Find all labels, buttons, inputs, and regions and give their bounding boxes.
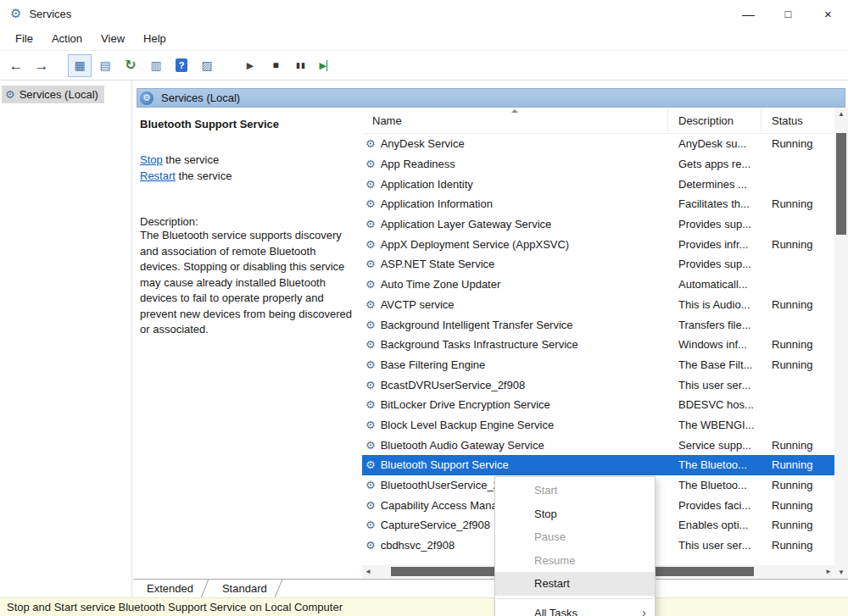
scroll-down-icon[interactable]: ▼ — [834, 569, 848, 576]
maximize-button[interactable]: □ — [768, 0, 808, 27]
scroll-up-icon[interactable]: ▲ — [834, 110, 848, 118]
service-status: Running — [762, 435, 834, 455]
vertical-scrollbar[interactable]: ▲ ▼ — [834, 108, 848, 579]
service-name-cell: ⚙Background Tasks Infrastructure Service — [362, 335, 668, 355]
vertical-scrollbar-thumb[interactable] — [836, 133, 846, 235]
service-description: Provides sup... — [668, 214, 762, 235]
table-row[interactable]: ⚙AppX Deployment Service (AppXSVC)Provid… — [362, 234, 834, 254]
stop-service-link[interactable]: Stop — [140, 153, 163, 166]
service-description: Provides infr... — [668, 234, 762, 254]
service-status: Running — [762, 295, 834, 315]
minimize-button[interactable]: — — [728, 0, 768, 27]
service-name-cell: ⚙Auto Time Zone Updater — [362, 275, 668, 295]
context-menu-item-resume: Resume — [495, 549, 655, 573]
pause-service-button[interactable]: ▮▮ — [289, 54, 313, 77]
context-menu-item-stop[interactable]: Stop — [495, 502, 655, 526]
panel-header-label: Services (Local) — [161, 92, 240, 104]
table-row[interactable]: ⚙AVCTP serviceThis is Audio...Running — [362, 295, 834, 315]
service-gear-icon: ⚙ — [365, 379, 376, 391]
menu-view[interactable]: View — [92, 29, 135, 48]
service-gear-icon: ⚙ — [365, 238, 376, 251]
table-row[interactable]: ⚙Auto Time Zone UpdaterAutomaticall... — [362, 275, 834, 295]
extended-view-button[interactable]: ▨ — [195, 54, 219, 77]
main-area: ⚙ Services (Local) ⚙ Services (Local) Bl… — [0, 80, 848, 597]
table-row[interactable]: ⚙BcastDVRUserService_2f908This user ser.… — [362, 375, 834, 395]
menubar: FileActionViewHelp — [0, 27, 848, 50]
service-description: Automaticall... — [668, 275, 762, 295]
service-name: BcastDVRUserService_2f908 — [381, 379, 526, 391]
table-row[interactable]: ⚙Application IdentityDetermines ... — [362, 174, 834, 194]
table-row[interactable]: ⚙Background Tasks Infrastructure Service… — [362, 335, 834, 355]
service-name-cell: ⚙Base Filtering Engine — [362, 355, 668, 375]
menu-action[interactable]: Action — [43, 29, 92, 48]
service-name-cell: ⚙Application Identity — [362, 174, 668, 194]
service-description: Enables opti... — [668, 515, 762, 536]
tab-standard[interactable]: Standard — [210, 580, 284, 597]
show-console-tree-button[interactable]: ▦ — [68, 54, 92, 77]
scroll-right-icon[interactable]: ► — [825, 568, 832, 575]
service-status: Running — [762, 134, 834, 154]
help-button[interactable]: ? — [170, 54, 193, 77]
context-menu-item-start: Start — [495, 479, 655, 502]
service-description: The Bluetoo... — [668, 475, 762, 496]
service-name-cell: ⚙Block Level Backup Engine Service — [362, 415, 668, 436]
back-button[interactable]: ← — [4, 54, 28, 77]
service-name-cell: ⚙AVCTP service — [362, 295, 668, 315]
column-header-name[interactable]: Name — [362, 108, 668, 133]
service-gear-icon: ⚙ — [365, 298, 376, 311]
table-row[interactable]: ⚙AnyDesk ServiceAnyDesk su...Running — [362, 134, 834, 154]
table-row[interactable]: ⚙Bluetooth Audio Gateway ServiceService … — [362, 435, 834, 455]
properties-icon: ▤ — [99, 59, 110, 71]
service-status: Running — [762, 495, 834, 515]
menu-help[interactable]: Help — [135, 29, 176, 48]
context-menu-item-label: All Tasks — [534, 607, 577, 616]
service-description: Determines ... — [668, 174, 762, 194]
service-gear-icon: ⚙ — [365, 338, 376, 351]
show-console-tree-icon: ▦ — [74, 59, 85, 71]
table-row[interactable]: ⚙Bluetooth Support ServiceThe Bluetoo...… — [362, 455, 834, 475]
service-name-cell: ⚙Bluetooth Support Service — [362, 455, 668, 475]
scroll-left-icon[interactable]: ◄ — [365, 568, 371, 575]
service-gear-icon: ⚙ — [365, 539, 376, 552]
service-gear-icon: ⚙ — [365, 158, 376, 170]
restart-service-link[interactable]: Restart — [140, 169, 176, 182]
tab-extended[interactable]: Extended — [135, 580, 210, 597]
service-status: Running — [762, 515, 834, 536]
service-name: AnyDesk Service — [381, 137, 465, 150]
service-description: This user ser... — [668, 375, 762, 395]
tree-item-services-local[interactable]: ⚙ Services (Local) — [2, 86, 104, 103]
context-menu-item-label: Pause — [534, 530, 566, 543]
table-row[interactable]: ⚙BitLocker Drive Encryption ServiceBDESV… — [362, 395, 834, 415]
column-header-status[interactable]: Status — [762, 108, 834, 133]
service-description-text: The Bluetooth service supports discovery… — [140, 228, 354, 338]
service-status — [762, 214, 834, 235]
refresh-button[interactable]: ↻ — [119, 54, 142, 77]
close-button[interactable]: × — [808, 0, 848, 27]
context-menu-item-label: Stop — [534, 508, 557, 520]
service-status: Running — [762, 335, 834, 355]
start-service-button[interactable]: ▶ — [238, 54, 262, 77]
service-name-cell: ⚙BcastDVRUserService_2f908 — [362, 375, 668, 395]
menu-file[interactable]: File — [7, 29, 43, 48]
export-list-button[interactable]: ▥ — [144, 54, 168, 77]
context-menu-item-restart[interactable]: Restart — [495, 572, 655, 596]
service-status — [762, 415, 834, 436]
titlebar: ⚙ Services — □ × — [0, 0, 848, 27]
menu-separator — [497, 598, 653, 599]
table-row[interactable]: ⚙Block Level Backup Engine ServiceThe WB… — [362, 415, 834, 436]
column-header-description[interactable]: Description — [668, 108, 762, 133]
table-row[interactable]: ⚙App ReadinessGets apps re... — [362, 154, 834, 175]
table-row[interactable]: ⚙Background Intelligent Transfer Service… — [362, 314, 834, 335]
forward-button[interactable]: → — [30, 54, 53, 77]
table-row[interactable]: ⚙Application Layer Gateway ServiceProvid… — [362, 214, 834, 235]
context-menu-item-all-tasks[interactable]: All Tasks› — [495, 602, 655, 616]
service-name: ASP.NET State Service — [381, 258, 495, 270]
stop-service-icon: ■ — [272, 60, 278, 70]
restart-service-button[interactable]: ▶▏ — [315, 54, 338, 77]
table-row[interactable]: ⚙Application InformationFacilitates th..… — [362, 194, 834, 214]
table-row[interactable]: ⚙ASP.NET State ServiceProvides sup... — [362, 254, 834, 275]
stop-service-button[interactable]: ■ — [264, 54, 287, 77]
table-row[interactable]: ⚙Base Filtering EngineThe Base Filt...Ru… — [362, 355, 834, 375]
properties-button[interactable]: ▤ — [93, 54, 117, 77]
tab-strip: ExtendedStandard — [133, 579, 848, 597]
